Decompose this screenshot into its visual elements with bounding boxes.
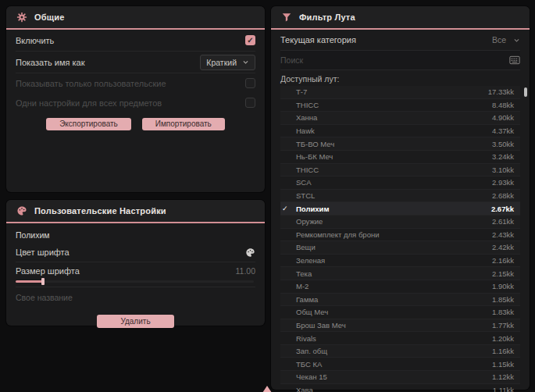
- loot-value: 2.67kk: [491, 205, 519, 213]
- font-color-row[interactable]: Цвет шрифта: [16, 243, 255, 262]
- loot-row[interactable]: Зап. общ 1.16kk: [280, 345, 520, 358]
- display-name-dropdown[interactable]: Краткий: [200, 55, 255, 70]
- loot-name: ТБС КА: [294, 360, 492, 369]
- loot-name: Оружие: [294, 217, 492, 226]
- loot-row[interactable]: Зеленая 2.16kk: [280, 255, 520, 268]
- loot-row[interactable]: ТБ-ВО Меч 3.50kk: [280, 137, 520, 151]
- delete-button[interactable]: Удалить: [97, 315, 173, 328]
- font-size-value: 11.00: [236, 266, 256, 276]
- selected-item-name: Полихим: [16, 223, 255, 243]
- loot-value: 1.77kk: [492, 321, 519, 330]
- panel-user-settings: Пользовательские Настройки Полихим Цвет …: [6, 200, 265, 326]
- loot-row[interactable]: Ханна 4.90kk: [280, 112, 520, 125]
- loot-row[interactable]: Брош Зав Меч 1.77kk: [280, 319, 520, 333]
- loot-row[interactable]: Тека 2.15kk: [280, 267, 520, 280]
- loot-row[interactable]: Hawk 4.37kk: [280, 125, 520, 138]
- only-custom-label: Показывать только пользовательские: [16, 79, 166, 88]
- only-custom-row: Показывать только пользовательские: [16, 73, 255, 93]
- loot-name: Вещи: [294, 243, 492, 251]
- loot-name: ТБ-ВО Меч: [294, 140, 492, 148]
- scrollbar-thumb[interactable]: [524, 87, 527, 97]
- display-name-row: Показать имя как Краткий: [16, 52, 255, 73]
- import-button[interactable]: Импортировать: [142, 118, 225, 130]
- loot-value: 2.68kk: [492, 191, 519, 200]
- panel-user-settings-header: Пользовательские Настройки: [6, 200, 265, 223]
- loot-row[interactable]: М-2 1.90kk: [280, 280, 520, 294]
- loot-name: Rivals: [294, 334, 492, 343]
- panel-general-header: Общие: [6, 6, 265, 30]
- panel-title: Пользовательские Настройки: [34, 206, 166, 216]
- loot-row[interactable]: THICC 8.48kk: [280, 99, 520, 112]
- enable-checkbox[interactable]: ✓: [245, 35, 255, 45]
- loot-row[interactable]: SCA 2.93kk: [280, 176, 520, 190]
- only-custom-checkbox[interactable]: [245, 78, 255, 88]
- palette-icon: [16, 205, 27, 216]
- custom-name-row: [16, 287, 255, 308]
- display-name-label: Показать имя как: [16, 58, 85, 67]
- loot-name: Т-7: [294, 87, 488, 96]
- loot-row[interactable]: Общ Меч 1.83kk: [280, 306, 520, 319]
- loot-name: Ремкомплект для брони: [294, 230, 492, 239]
- loot-row[interactable]: Гамма 1.85kk: [280, 294, 520, 307]
- loot-name: Полихим: [294, 205, 491, 213]
- font-color-label: Цвет шрифта: [16, 248, 70, 257]
- loot-value: 1.83kk: [492, 308, 519, 316]
- loot-value: 1.12kk: [492, 372, 519, 381]
- loot-row[interactable]: ТБС КА 1.15kk: [280, 358, 520, 371]
- loot-value: 1.11kk: [493, 386, 519, 392]
- loot-name: STCL: [294, 191, 492, 200]
- font-size-label: Размер шрифта: [16, 266, 80, 276]
- loot-row[interactable]: Нь-БК Меч 3.24kk: [280, 151, 520, 164]
- loot-row[interactable]: Т-7 17.33kk: [280, 86, 520, 99]
- loot-value: 3.24kk: [492, 152, 519, 161]
- available-loot-label: Доступный лут:: [280, 70, 520, 86]
- check-icon: ✓: [247, 37, 253, 45]
- font-size-slider[interactable]: [16, 277, 255, 287]
- loot-row[interactable]: Чекан 15 1.12kk: [280, 371, 520, 384]
- loot-name: Зеленая: [294, 256, 492, 265]
- loot-value: 2.42kk: [492, 243, 519, 251]
- panel-title: Фильтр Лута: [299, 12, 355, 22]
- loot-value: 2.93kk: [492, 178, 519, 187]
- loot-row[interactable]: Хава 1.11kk: [280, 384, 520, 392]
- same-settings-row: Одни настройки для всех предметов: [16, 93, 255, 112]
- loot-value: 1.85kk: [492, 295, 519, 304]
- category-dropdown[interactable]: Все: [492, 35, 520, 45]
- gear-icon: [16, 12, 27, 23]
- loot-value: 1.90kk: [492, 282, 519, 290]
- keyboard-icon[interactable]: [509, 55, 520, 65]
- loot-name: Тека: [294, 269, 492, 278]
- loot-name: Гамма: [294, 295, 492, 304]
- loot-value: 17.33kk: [488, 87, 519, 96]
- export-button[interactable]: Экспортировать: [46, 118, 131, 130]
- loot-row[interactable]: Rivals 1.20kk: [280, 332, 520, 345]
- loot-row[interactable]: Ремкомплект для брони 2.43kk: [280, 229, 520, 242]
- loot-name: Hawk: [294, 127, 492, 135]
- loot-row[interactable]: THICC 3.10kk: [280, 164, 520, 177]
- slider-track[interactable]: [16, 280, 254, 283]
- enable-label: Включить: [16, 36, 54, 45]
- palette-icon[interactable]: [245, 248, 255, 258]
- loot-value: 4.90kk: [492, 113, 519, 122]
- loot-name: Зап. общ: [294, 347, 492, 355]
- panel-general: Общие Включить ✓ Показать имя как Кратки…: [6, 6, 265, 192]
- loot-row[interactable]: Вещи 2.42kk: [280, 241, 520, 255]
- loot-name: THICC: [294, 101, 492, 109]
- loot-row[interactable]: STCL 2.68kk: [280, 190, 520, 203]
- custom-name-input[interactable]: [16, 293, 255, 302]
- loot-name: THICC: [294, 166, 492, 174]
- enable-row: Включить ✓: [16, 30, 255, 52]
- loot-value: 1.16kk: [492, 347, 519, 355]
- panel-title: Общие: [34, 12, 65, 22]
- loot-value: 1.15kk: [492, 360, 519, 369]
- loot-value: 2.43kk: [492, 230, 519, 239]
- slider-handle[interactable]: [41, 278, 45, 285]
- loot-row[interactable]: Оружие 2.61kk: [280, 216, 520, 229]
- loot-name: Хава: [294, 386, 493, 392]
- category-row: Текущая категория Все: [280, 30, 520, 51]
- same-settings-checkbox[interactable]: [245, 98, 255, 108]
- slider-fill: [16, 280, 44, 283]
- loot-list: Т-7 17.33kk THICC 8.48kk Ханна 4.90kk Ha…: [280, 86, 520, 392]
- loot-row[interactable]: ✓ Полихим 2.67kk: [280, 202, 520, 216]
- search-input[interactable]: [280, 55, 509, 65]
